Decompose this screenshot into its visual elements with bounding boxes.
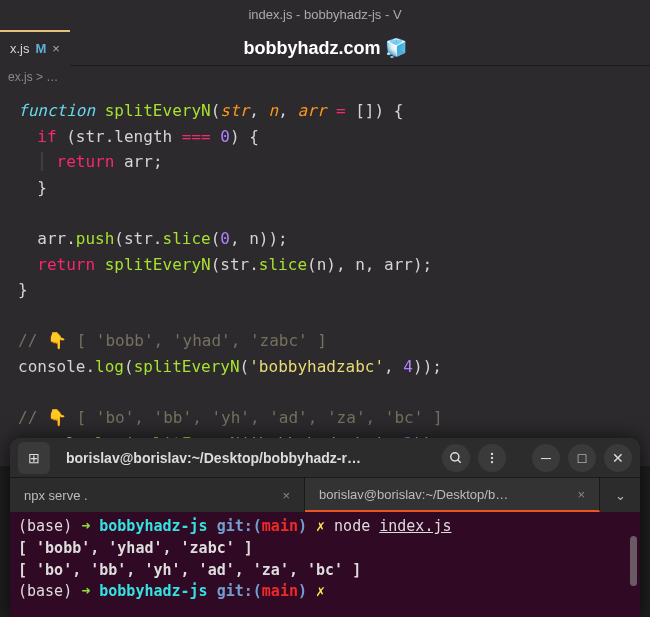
terminal-header: ⊞ borislav@borislav:~/Desktop/bobbyhadz-… xyxy=(10,438,640,478)
svg-point-4 xyxy=(491,460,493,462)
terminal-tabs: npx serve .× borislav@borislav:~/Desktop… xyxy=(10,478,640,512)
svg-line-1 xyxy=(458,459,461,462)
window-title: index.js - bobbyhadz-js - V xyxy=(0,0,650,30)
editor-tabs-row: x.js M × bobbyhadz.com🧊 xyxy=(0,30,650,66)
tab-label: x.js xyxy=(10,41,30,56)
breadcrumb[interactable]: ex.js > … xyxy=(0,66,650,88)
close-button[interactable]: ✕ xyxy=(604,444,632,472)
maximize-button[interactable]: □ xyxy=(568,444,596,472)
close-icon[interactable]: × xyxy=(282,488,290,503)
terminal-output-2: [ 'bo', 'bb', 'yh', 'ad', 'za', 'bc' ] xyxy=(18,560,632,582)
terminal-tab-dropdown[interactable]: ⌄ xyxy=(600,478,640,512)
code-editor[interactable]: function splitEveryN(str, n, arr = []) {… xyxy=(0,88,650,466)
terminal-tab-1[interactable]: npx serve .× xyxy=(10,478,305,512)
close-icon[interactable]: × xyxy=(52,41,60,56)
editor-tab[interactable]: x.js M × xyxy=(0,30,70,66)
new-tab-button[interactable]: ⊞ xyxy=(18,442,50,474)
menu-icon[interactable] xyxy=(478,444,506,472)
close-icon[interactable]: × xyxy=(577,487,585,502)
terminal-body[interactable]: (base) ➜ bobbyhadz-js git:(main) ✗ node … xyxy=(10,512,640,617)
terminal-output-1: [ 'bobb', 'yhad', 'zabc' ] xyxy=(18,538,632,560)
modified-indicator: M xyxy=(36,41,47,56)
cube-icon: 🧊 xyxy=(385,38,407,58)
svg-point-2 xyxy=(491,452,493,454)
svg-point-0 xyxy=(451,452,459,460)
svg-point-3 xyxy=(491,456,493,458)
terminal-window: ⊞ borislav@borislav:~/Desktop/bobbyhadz-… xyxy=(10,438,640,617)
watermark: bobbyhadz.com🧊 xyxy=(243,37,406,59)
terminal-title: borislav@borislav:~/Desktop/bobbyhadz-r… xyxy=(58,450,434,466)
minimize-button[interactable]: ─ xyxy=(532,444,560,472)
search-icon[interactable] xyxy=(442,444,470,472)
terminal-tab-2[interactable]: borislav@borislav:~/Desktop/b…× xyxy=(305,478,600,512)
scrollbar[interactable] xyxy=(630,536,637,586)
